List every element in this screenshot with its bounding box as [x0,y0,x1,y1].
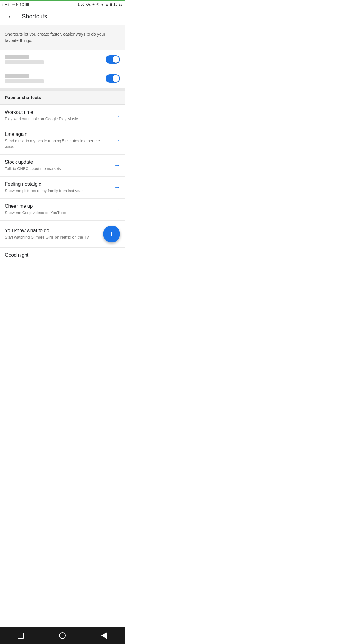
fb4-icon: f [20,3,21,6]
toggle-item-2-subtitle [5,79,44,83]
network-speed: 1.92 K/s [78,2,91,7]
shortcut-item-0[interactable]: Workout time Play workout music on Googl… [0,105,125,127]
shortcut-item-2-subtitle: Talk to CNBC about the markets [5,166,109,171]
shortcut-item-2[interactable]: Stock update Talk to CNBC about the mark… [0,155,125,177]
time-display: 10:22 [113,2,122,7]
status-bar-right: 1.92 K/s ✦ ◎ ▼ ▲ ▮ 10:22 [78,2,122,7]
location-icon: ◎ [96,2,99,7]
shortcut-item-1-text: Late again Send a text to my bestie runn… [5,132,114,149]
popular-shortcuts-header: Popular shortcuts [0,88,125,105]
msg-icon: ✉ [12,3,15,6]
g-icon: G [22,3,24,6]
shortcut-item-5-title: You know what to do [5,228,98,233]
shortcut-item-5[interactable]: You know what to do Start watching Gilmo… [0,221,125,248]
fb2-icon: f [8,3,9,6]
toggle-item-1 [0,50,125,69]
shortcut-item-1-title: Late again [5,132,109,137]
img-icon: ⬛ [25,3,29,6]
fab-button[interactable]: + [103,226,120,242]
shortcut-item-3-subtitle: Show me pictures of my family from last … [5,188,109,194]
toggle-item-2 [0,69,125,88]
shortcut-item-4-text: Cheer me up Show me Corgi videos on YouT… [5,203,114,216]
battery-icon: ▮ [110,2,112,7]
shortcut-item-2-text: Stock update Talk to CNBC about the mark… [5,159,114,171]
shortcut-item-4[interactable]: Cheer me up Show me Corgi videos on YouT… [0,199,125,221]
description-text: Shortcuts let you create faster, easier … [5,31,120,44]
shortcut-item-1[interactable]: Late again Send a text to my bestie runn… [0,127,125,154]
shortcut-item-2-title: Stock update [5,159,109,165]
toggle-item-1-subtitle [5,60,44,64]
shortcut-item-0-subtitle: Play workout music on Google Play Music [5,116,109,122]
fab-plus-icon: + [109,230,114,238]
shortcut-arrow-2: → [114,162,120,169]
toggle-item-2-title [5,74,29,78]
app-bar: ← Shortcuts [0,8,125,25]
shortcut-item-0-title: Workout time [5,110,109,115]
partial-shortcut-item: Good night [0,248,125,260]
shortcut-item-4-title: Cheer me up [5,203,109,209]
description-section: Shortcuts let you create faster, easier … [0,25,125,50]
shortcut-item-5-subtitle: Start watching Gilmore Girls on Netflix … [5,235,98,240]
shortcut-arrow-3: → [114,184,120,191]
back-arrow-icon: ← [8,13,14,21]
toggle-knob-1 [113,56,119,63]
toggle-knob-2 [113,75,119,82]
toggle-switch-1[interactable] [106,55,120,64]
toggle-section [0,50,125,88]
bluetooth-icon: ✦ [92,2,95,7]
section-header-label: Popular shortcuts [5,95,41,100]
shortcut-item-3-text: Feeling nostalgic Show me pictures of my… [5,181,114,194]
shortcut-item-3[interactable]: Feeling nostalgic Show me pictures of my… [0,177,125,199]
toggle-item-1-title [5,55,29,59]
shortcut-item-3-title: Feeling nostalgic [5,181,109,187]
partial-item-title: Good night [5,252,28,258]
back-button[interactable]: ← [5,11,17,23]
shortcut-item-0-text: Workout time Play workout music on Googl… [5,110,114,122]
status-bar-left: f ⚑ f f ✉ M f G ⬛ [2,3,29,6]
status-bar: f ⚑ f f ✉ M f G ⬛ 1.92 K/s ✦ ◎ ▼ ▲ ▮ 10:… [0,1,125,8]
shortcut-item-5-text: You know what to do Start watching Gilmo… [5,228,103,240]
fb3-icon: f [11,3,11,6]
shortcut-arrow-1: → [114,137,120,144]
shortcut-arrow-0: → [114,112,120,119]
signal-icon: ▲ [105,2,109,7]
nav-icon: ⚑ [5,3,7,6]
shortcut-item-1-subtitle: Send a text to my bestie running 5 minut… [5,138,109,149]
toggle-item-1-text [5,55,106,64]
gmail-icon: M [16,3,18,6]
toggle-item-2-text [5,74,106,83]
page-title: Shortcuts [22,13,47,20]
shortcut-item-4-subtitle: Show me Corgi videos on YouTube [5,210,109,216]
fb-icon: f [2,3,3,6]
wifi-icon: ▼ [100,2,104,7]
shortcuts-list: Workout time Play workout music on Googl… [0,105,125,260]
shortcut-arrow-4: → [114,206,120,213]
toggle-switch-2[interactable] [106,74,120,83]
